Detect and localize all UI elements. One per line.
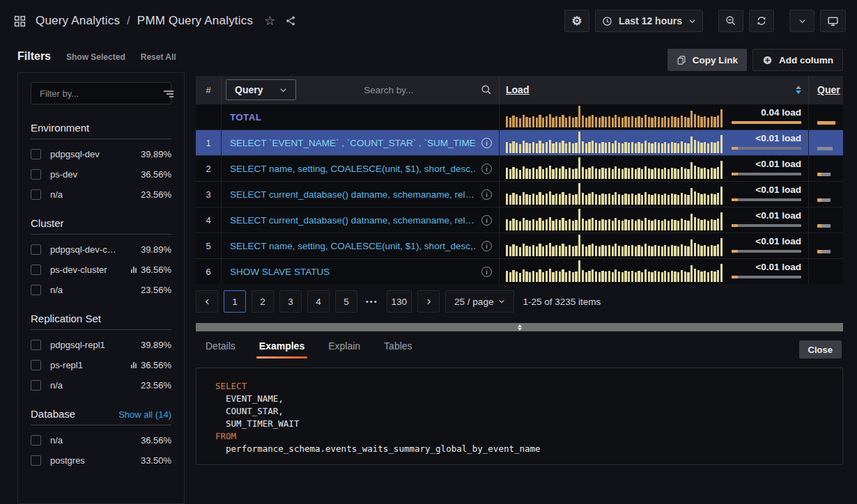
load-bar (732, 121, 801, 124)
table-row[interactable]: 4SELECT current_database() datname, sche… (196, 207, 843, 233)
page-button-last[interactable]: 130 (387, 290, 412, 313)
filter-item[interactable]: n/a36.56% (31, 435, 171, 446)
filter-item-label: ps-dev-cluster (50, 265, 131, 275)
total-link[interactable]: TOTAL (230, 112, 492, 123)
filter-item[interactable]: ps-repl136.56% (31, 360, 171, 370)
column-next-header[interactable]: Quer (808, 76, 843, 104)
checkbox[interactable] (31, 265, 41, 275)
table-row[interactable]: 1SELECT `EVENT_NAME` , `COUNT_STAR` , `S… (196, 129, 843, 155)
page-size-dropdown[interactable]: 25 / page (445, 290, 514, 313)
table-row[interactable]: 3SELECT current_database() datname, sche… (196, 181, 843, 207)
checkbox[interactable] (31, 435, 41, 446)
breadcrumb-section[interactable]: Query Analytics (36, 14, 120, 28)
refresh-interval-dropdown[interactable] (789, 10, 814, 32)
page-button-2[interactable]: 2 (252, 290, 274, 313)
kiosk-mode-button[interactable] (820, 10, 846, 32)
filter-item[interactable]: pdpgsql-repl139.89% (31, 340, 171, 350)
row-query-cell: TOTAL (221, 104, 500, 129)
checkbox[interactable] (31, 455, 41, 466)
query-link[interactable]: SHOW SLAVE STATUS (230, 267, 476, 277)
filter-item[interactable]: ps-dev-cluster36.56% (31, 265, 171, 275)
share-icon[interactable] (282, 15, 299, 26)
filter-item[interactable]: pdpgsql-dev-c…39.89% (31, 244, 171, 255)
query-link[interactable]: SELECT current_database() datname, schem… (230, 215, 476, 226)
page-button-1[interactable]: 1 (224, 290, 246, 313)
clock-icon (602, 16, 612, 26)
checkbox[interactable] (31, 380, 41, 391)
filter-item[interactable]: pdpgsql-dev39.89% (31, 149, 171, 159)
page-button-4[interactable]: 4 (307, 290, 330, 313)
tab-label: Details (206, 340, 236, 352)
checkbox[interactable] (31, 189, 41, 200)
filter-search-box[interactable] (31, 82, 171, 104)
time-range-picker[interactable]: Last 12 hours (595, 10, 703, 32)
checkbox[interactable] (31, 285, 41, 295)
load-bar (732, 224, 801, 227)
filter-item-label: pdpgsql-repl1 (50, 340, 141, 350)
close-button[interactable]: Close (799, 340, 842, 359)
info-icon[interactable]: i (481, 215, 492, 226)
tab-explain[interactable]: Explain (328, 340, 360, 359)
info-icon[interactable]: i (481, 164, 492, 174)
page-button-5[interactable]: 5 (335, 290, 357, 313)
refresh-button[interactable] (749, 10, 774, 32)
query-link[interactable]: SELECT name, setting, COALESCE(unit, $1)… (230, 241, 476, 251)
info-icon[interactable]: i (481, 267, 492, 277)
filter-section-title: Database (31, 408, 75, 420)
next-cell-bar (817, 147, 833, 150)
filter-item-percent: 39.89% (141, 340, 171, 350)
filter-search-input[interactable] (38, 88, 164, 100)
filter-item[interactable]: n/a23.56% (31, 380, 171, 391)
tab-tables[interactable]: Tables (384, 340, 412, 359)
previous-page-button[interactable] (196, 290, 218, 313)
query-link[interactable]: SELECT name, setting, COALESCE(unit, $1)… (230, 164, 476, 174)
info-icon[interactable]: i (481, 138, 492, 148)
dashboard-settings-button[interactable]: ⚙ (564, 10, 589, 32)
table-row[interactable]: TOTAL0.04 load (196, 104, 843, 129)
page-button-3[interactable]: 3 (279, 290, 302, 313)
apps-grid-icon[interactable] (11, 15, 29, 27)
info-icon[interactable]: i (481, 241, 492, 251)
row-load-cell: <0.01 load (500, 182, 808, 207)
add-column-button[interactable]: Add column (752, 49, 843, 71)
checkbox[interactable] (31, 360, 41, 370)
table-row[interactable]: 2SELECT name, setting, COALESCE(unit, $1… (196, 155, 843, 181)
filter-item[interactable]: n/a23.56% (31, 285, 171, 295)
copy-link-button[interactable]: Copy Link (667, 49, 747, 71)
row-next-cell (808, 233, 843, 258)
query-column-dropdown[interactable]: Query (226, 79, 296, 100)
search-icon[interactable] (481, 84, 492, 95)
info-icon[interactable]: i (481, 189, 492, 200)
show-all-link[interactable]: Show all (14) (118, 409, 171, 420)
sort-icon[interactable] (796, 86, 801, 94)
tab-examples[interactable]: Examples (259, 340, 304, 359)
filter-item[interactable]: postgres33.50% (31, 455, 171, 466)
sql-example-block: SELECT EVENT_NAME, COUNT_STAR, SUM_TIMER… (196, 368, 843, 465)
checkbox[interactable] (31, 340, 41, 350)
table-row[interactable]: 5SELECT name, setting, COALESCE(unit, $1… (196, 233, 843, 258)
query-link[interactable]: SELECT current_database() datname, schem… (230, 189, 476, 200)
panel-resize-handle[interactable] (196, 323, 843, 331)
qan-main: Copy Link Add column # Query Load Que (196, 49, 843, 465)
checkbox[interactable] (31, 149, 41, 159)
checkbox[interactable] (31, 169, 41, 180)
next-cell-bar (817, 224, 831, 228)
row-number: 6 (196, 259, 221, 284)
gear-icon: ⚙ (571, 15, 582, 27)
tab-details[interactable]: Details (206, 340, 236, 359)
favorite-star-icon[interactable]: ☆ (264, 13, 275, 29)
reset-all-link[interactable]: Reset All (141, 52, 176, 62)
filter-item[interactable]: n/a23.56% (31, 189, 171, 200)
checkbox[interactable] (31, 244, 41, 255)
zoom-out-button[interactable] (718, 10, 743, 32)
column-load-header[interactable]: Load (500, 76, 808, 104)
table-row[interactable]: 6SHOW SLAVE STATUSi<0.01 load (196, 258, 843, 284)
row-query-cell: SELECT current_database() datname, schem… (221, 182, 500, 207)
show-selected-link[interactable]: Show Selected (66, 52, 125, 62)
next-page-button[interactable] (417, 290, 440, 313)
search-input[interactable] (296, 84, 481, 96)
filter-item[interactable]: ps-dev36.56% (31, 169, 171, 180)
query-link[interactable]: SELECT `EVENT_NAME` , `COUNT_STAR` , `SU… (230, 138, 476, 148)
row-load-cell: <0.01 load (500, 130, 808, 155)
load-sparkline (506, 235, 723, 256)
